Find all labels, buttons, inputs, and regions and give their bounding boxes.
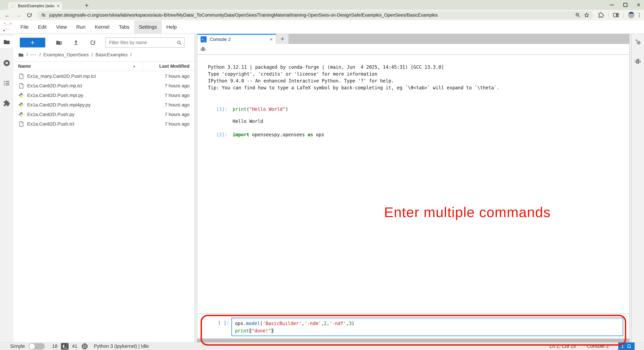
debugger-bug-icon[interactable] bbox=[200, 46, 206, 52]
url-bar[interactable]: jupyter.designsafe-ci.org/user/silvia/la… bbox=[37, 11, 593, 19]
new-folder-icon[interactable] bbox=[56, 39, 62, 46]
url-text[interactable]: jupyter.designsafe-ci.org/user/silvia/la… bbox=[49, 12, 572, 18]
code-token: as bbox=[308, 132, 313, 137]
notifications-badge[interactable]: 1 bbox=[618, 343, 634, 350]
input-code-line[interactable]: ops.model('BasicBuilder','-ndm',2,'-ndf'… bbox=[235, 320, 620, 327]
panel-divider[interactable] bbox=[629, 34, 632, 342]
code-token: , bbox=[346, 321, 349, 326]
menu-settings[interactable]: Settings bbox=[134, 20, 162, 33]
menu-edit[interactable]: Edit bbox=[33, 20, 51, 33]
file-row[interactable]: Ex1a.Canti2D.Push.mpi4py.py7 hours ago bbox=[14, 100, 194, 110]
breadcrumb-ellipsis[interactable]: ··· bbox=[30, 52, 37, 57]
sidebar-tab-running-sessions[interactable] bbox=[0, 57, 14, 69]
running-sessions-icon bbox=[3, 59, 10, 67]
file-row[interactable]: Ex1a.Canti2D.Push.mpi.py7 hours ago bbox=[14, 90, 194, 100]
menu-run[interactable]: Run bbox=[72, 20, 90, 33]
sidebar-tab-extension-manager[interactable] bbox=[0, 97, 14, 109]
tab-console-2[interactable]: >_ Console 2 × bbox=[197, 34, 276, 44]
console-icon: >_ bbox=[200, 36, 206, 42]
side-panel-search-icon[interactable] bbox=[613, 12, 619, 18]
code-token: "Hello World" bbox=[249, 106, 285, 112]
extensions-puzzle-icon[interactable] bbox=[598, 12, 604, 18]
menu-file[interactable]: File bbox=[16, 20, 33, 33]
menu-help[interactable]: Help bbox=[162, 20, 182, 33]
cell-code: print("Hello World") bbox=[232, 106, 288, 113]
menu-kernel[interactable]: Kernel bbox=[90, 20, 114, 33]
terminal-count: 18 bbox=[52, 344, 58, 349]
refresh-icon[interactable] bbox=[90, 39, 96, 46]
zoom-icon[interactable] bbox=[575, 12, 580, 18]
window-restore-icon[interactable] bbox=[623, 3, 628, 7]
console-input-separator bbox=[197, 314, 629, 314]
browser-action-icons bbox=[598, 12, 640, 18]
browser-tab[interactable]: BasicExamples (auto-B) - Jupyte × bbox=[8, 2, 62, 10]
input-code-line[interactable]: print("done!") bbox=[235, 327, 620, 335]
chrome-menu-kebab-icon[interactable] bbox=[639, 13, 640, 17]
home-folder-icon[interactable] bbox=[18, 52, 24, 58]
window-controls: × bbox=[610, 0, 640, 10]
file-row[interactable]: Ex1a.Canti2D.Push.tcl7 hours ago bbox=[14, 119, 194, 129]
debugger-bug-icon[interactable] bbox=[634, 58, 641, 65]
python-file-icon bbox=[18, 112, 24, 117]
new-browser-tab-button[interactable]: + bbox=[85, 2, 88, 9]
code-token: 2 bbox=[324, 321, 327, 326]
code-token: ) bbox=[271, 328, 274, 334]
reload-icon[interactable] bbox=[26, 12, 32, 18]
sort-ascending-icon[interactable]: ▲ bbox=[133, 64, 136, 68]
jupyterlab-menubar: FileEditViewRunKernelTabsSettingsHelp bbox=[0, 20, 644, 34]
file-row[interactable]: Ex1a_many.Canti2D.Push.mp.tcl7 hours ago bbox=[14, 71, 194, 81]
kernel-status[interactable]: Python 3 (ipykernel) | Idle bbox=[94, 344, 149, 349]
menu-view[interactable]: View bbox=[51, 20, 72, 33]
new-dock-tab-button[interactable]: + bbox=[276, 34, 288, 44]
window-minimize-icon[interactable] bbox=[610, 5, 614, 5]
code-token: , bbox=[321, 321, 324, 326]
bookmark-star-icon[interactable] bbox=[584, 12, 590, 18]
file-row[interactable]: Ex1a.Canti2D.Push.py7 hours ago bbox=[14, 110, 194, 119]
back-icon[interactable]: ← bbox=[4, 12, 10, 18]
breadcrumb-segment[interactable]: Examples_OpenSees bbox=[44, 52, 89, 57]
file-row[interactable]: Ex1a.Canti2D.Push.mp.tcl7 hours ago bbox=[14, 81, 194, 90]
code-token: ops. bbox=[235, 321, 246, 326]
main-dock-panel: >_ Console 2 × + Python 3.12.11 | packag… bbox=[197, 34, 629, 342]
console-cell[interactable]: [1]:print("Hello World") bbox=[197, 106, 626, 113]
terminal-icon[interactable]: $_ bbox=[61, 343, 68, 350]
banner-line: IPython 9.4.0 -- An enhanced Interactive… bbox=[208, 77, 500, 84]
console-input-editor[interactable]: ops.model('BasicBuilder','-ndm',2,'-ndf'… bbox=[232, 318, 623, 336]
console-content: Python 3.12.11 | packaged by conda-forge… bbox=[197, 55, 629, 342]
upload-icon[interactable] bbox=[73, 39, 79, 46]
forward-icon[interactable]: → bbox=[16, 12, 22, 18]
tab-close-icon[interactable]: × bbox=[270, 36, 273, 42]
code-token: model bbox=[246, 321, 260, 326]
filter-files-input[interactable] bbox=[109, 40, 176, 45]
console-cell[interactable]: [2]:import openseespy.opensees as ops bbox=[197, 131, 626, 138]
code-token: , bbox=[326, 321, 330, 326]
site-settings-icon[interactable] bbox=[41, 12, 46, 17]
property-inspector-gears-icon[interactable] bbox=[634, 38, 642, 46]
cell-code: import openseespy.opensees as ops bbox=[232, 131, 324, 138]
breadcrumb-separator: / bbox=[26, 52, 28, 57]
simple-mode-toggle[interactable] bbox=[29, 343, 45, 350]
filter-files-box bbox=[105, 37, 184, 48]
kernel-chip-icon[interactable] bbox=[81, 343, 88, 350]
file-name: Ex1a.Canti2D.Push.py bbox=[27, 112, 165, 117]
sidebar-tab-file-browser[interactable] bbox=[0, 36, 14, 48]
code-token: '-ndf' bbox=[330, 321, 346, 326]
window-close-icon[interactable]: × bbox=[637, 2, 640, 8]
panel-divider[interactable] bbox=[194, 34, 197, 342]
new-launcher-button[interactable]: + bbox=[20, 38, 45, 47]
execution-prompt: [1]: bbox=[216, 106, 232, 113]
dock-tab-bar: >_ Console 2 × + bbox=[197, 34, 629, 44]
profile-avatar[interactable] bbox=[628, 12, 634, 18]
cursor-position[interactable]: Ln 2, Col 15 bbox=[550, 344, 576, 349]
file-name: Ex1a.Canti2D.Push.mpi.py bbox=[27, 93, 165, 98]
file-modified: 7 hours ago bbox=[165, 74, 190, 79]
code-token: ( bbox=[260, 321, 263, 326]
tab-close-icon[interactable]: × bbox=[57, 4, 60, 8]
breadcrumb-separator: / bbox=[130, 52, 132, 57]
sidebar-tab-table-of-contents[interactable] bbox=[0, 77, 14, 89]
breadcrumb-segment[interactable]: BasicExamples bbox=[96, 52, 128, 57]
column-header-last-modified[interactable]: Last Modified bbox=[159, 63, 190, 69]
menu-tabs[interactable]: Tabs bbox=[114, 20, 134, 33]
column-header-name[interactable]: Name bbox=[18, 63, 31, 69]
code-token: print bbox=[235, 328, 249, 334]
